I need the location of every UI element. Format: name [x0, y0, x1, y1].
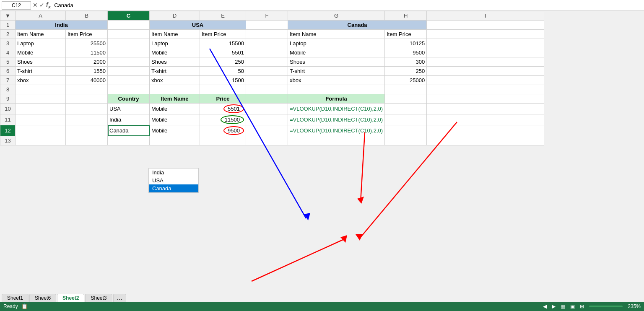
cell-b8[interactable] [66, 85, 108, 94]
lookup-r1-formula[interactable]: =VLOOKUP(D10,INDIRECT(C10),2,0) [288, 104, 385, 114]
col-header-b[interactable]: B [66, 11, 108, 21]
cell-f3[interactable] [246, 39, 288, 48]
cell-h10[interactable] [385, 104, 427, 114]
cell-h9[interactable] [385, 94, 427, 104]
dropdown-option-canada[interactable]: Canada [149, 184, 198, 192]
cell-h13[interactable] [385, 136, 427, 145]
cell-c5[interactable] [108, 57, 150, 67]
lookup-h-price[interactable]: Price [200, 94, 246, 104]
cell-c6[interactable] [108, 67, 150, 76]
cell-a10[interactable] [16, 104, 66, 114]
col-header-c[interactable]: C [108, 11, 150, 21]
cell-h11[interactable] [385, 114, 427, 125]
lookup-h-formula[interactable]: Formula [288, 94, 385, 104]
cell-c8[interactable] [108, 85, 150, 94]
cell-c3[interactable] [108, 39, 150, 48]
canada-r4-name[interactable]: Mobile [288, 48, 385, 57]
lookup-r3-item[interactable]: Mobile [150, 125, 200, 136]
canada-col2[interactable]: Item Price [385, 30, 427, 39]
cell-f5[interactable] [246, 57, 288, 67]
col-header-a[interactable]: A [16, 11, 66, 21]
lookup-r3-formula[interactable]: =VLOOKUP(D10,INDIRECT(C10),2,0) [288, 125, 385, 136]
india-r5-name[interactable]: Shoes [16, 57, 66, 67]
lookup-r2-item[interactable]: Mobile [150, 114, 200, 125]
cell-f1[interactable] [246, 21, 288, 30]
cell-a8[interactable] [16, 85, 66, 94]
usa-r5-name[interactable]: Shoes [150, 57, 200, 67]
india-r6-name[interactable]: T-shirt [16, 67, 66, 76]
cell-g13[interactable] [288, 136, 385, 145]
cell-a11[interactable] [16, 114, 66, 125]
cell-c7[interactable] [108, 76, 150, 85]
cell-d13[interactable] [150, 136, 200, 145]
col-header-g[interactable]: G [288, 11, 385, 21]
usa-r7-name[interactable]: xbox [150, 76, 200, 85]
india-r3-price[interactable]: 25500 [66, 39, 108, 48]
cell-a9[interactable] [16, 94, 66, 104]
dropdown-option-usa[interactable]: USA [149, 176, 198, 184]
col-header-e[interactable]: E [200, 11, 246, 21]
cell-f12[interactable] [246, 125, 288, 136]
col-header-h[interactable]: H [385, 11, 427, 21]
india-r4-price[interactable]: 11500 [66, 48, 108, 57]
canada-r4-price[interactable]: 9500 [385, 48, 427, 57]
lookup-r3-price[interactable]: 9500 [200, 125, 246, 136]
col-header-f[interactable]: F [246, 11, 288, 21]
cell-b11[interactable] [66, 114, 108, 125]
india-r6-price[interactable]: 1550 [66, 67, 108, 76]
formula-input[interactable]: Canada [52, 2, 642, 8]
usa-col1[interactable]: Item Name [150, 30, 200, 39]
cell-e13[interactable] [200, 136, 246, 145]
dropdown-option-india[interactable]: India [149, 168, 198, 176]
cell-f11[interactable] [246, 114, 288, 125]
cell-g8[interactable] [288, 85, 385, 94]
usa-r4-name[interactable]: Mobile [150, 48, 200, 57]
canada-r5-price[interactable]: 300 [385, 57, 427, 67]
cell-h8[interactable] [385, 85, 427, 94]
lookup-r1-price[interactable]: 5501 [200, 104, 246, 114]
india-r4-name[interactable]: Mobile [16, 48, 66, 57]
cell-c1[interactable] [108, 21, 150, 30]
india-r5-price[interactable]: 2000 [66, 57, 108, 67]
lookup-h-country[interactable]: Country [108, 94, 150, 104]
lookup-r1-country[interactable]: USA [108, 104, 150, 114]
india-col2[interactable]: Item Price [66, 30, 108, 39]
canada-header[interactable]: Canada [288, 21, 427, 30]
canada-r6-name[interactable]: T-shirt [288, 67, 385, 76]
dropdown-menu[interactable]: India USA Canada [148, 168, 199, 193]
cell-a12[interactable] [16, 125, 66, 136]
cell-c4[interactable] [108, 48, 150, 57]
usa-r6-name[interactable]: T-shirt [150, 67, 200, 76]
canada-r3-price[interactable]: 10125 [385, 39, 427, 48]
lookup-h-empty[interactable] [246, 94, 288, 104]
usa-col2[interactable]: Item Price [200, 30, 246, 39]
cell-c2[interactable] [108, 30, 150, 39]
canada-r3-name[interactable]: Laptop [288, 39, 385, 48]
lookup-r1-item[interactable]: Mobile [150, 104, 200, 114]
cell-e8[interactable] [200, 85, 246, 94]
cell-b9[interactable] [66, 94, 108, 104]
lookup-h-item[interactable]: Item Name [150, 94, 200, 104]
usa-r4-price[interactable]: 5501 [200, 48, 246, 57]
india-r7-name[interactable]: xbox [16, 76, 66, 85]
cell-f7[interactable] [246, 76, 288, 85]
function-icon[interactable]: fx [46, 1, 51, 9]
col-header-d[interactable]: D [150, 11, 200, 21]
usa-r5-price[interactable]: 250 [200, 57, 246, 67]
lookup-r2-formula[interactable]: =VLOOKUP(D10,INDIRECT(C10),2,0) [288, 114, 385, 125]
cell-d8[interactable] [150, 85, 200, 94]
col-header-i[interactable]: I [427, 11, 544, 21]
usa-r6-price[interactable]: 50 [200, 67, 246, 76]
name-box[interactable]: C12 [2, 1, 31, 10]
cancel-icon[interactable]: ✕ [33, 2, 38, 8]
usa-header[interactable]: USA [150, 21, 246, 30]
cell-b10[interactable] [66, 104, 108, 114]
india-header[interactable]: India [16, 21, 108, 30]
cell-f6[interactable] [246, 67, 288, 76]
lookup-r3-country[interactable]: Canada [108, 125, 150, 136]
usa-r3-price[interactable]: 15500 [200, 39, 246, 48]
confirm-icon[interactable]: ✓ [39, 2, 44, 8]
canada-r7-name[interactable]: xbox [288, 76, 385, 85]
canada-r5-name[interactable]: Shoes [288, 57, 385, 67]
cell-b13[interactable] [66, 136, 108, 145]
